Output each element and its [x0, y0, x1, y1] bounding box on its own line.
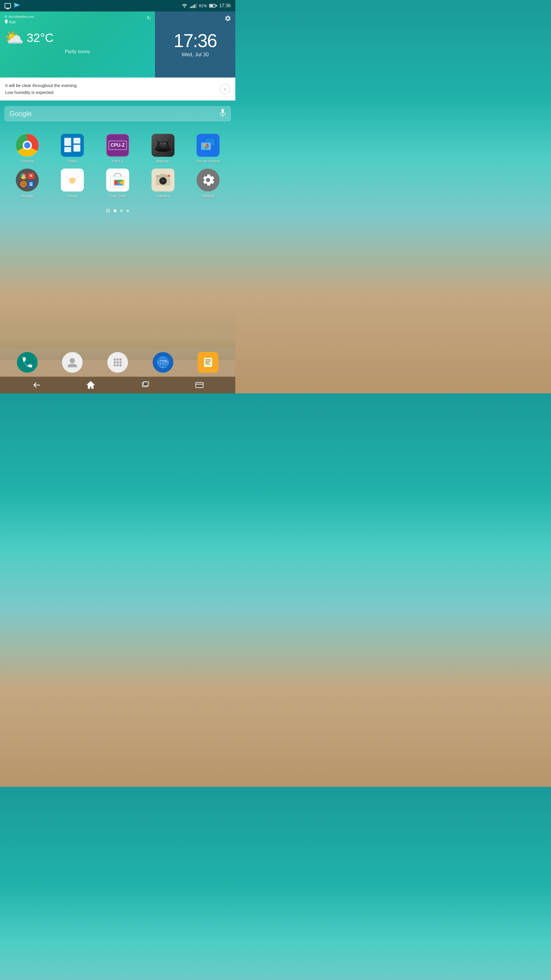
svg-rect-60	[205, 360, 211, 360]
recents-icon	[141, 381, 149, 389]
svg-rect-2	[222, 109, 224, 113]
home-button[interactable]	[86, 381, 95, 389]
weather-source-label: AccuWeather.com	[9, 15, 34, 18]
search-section: Google	[0, 100, 235, 127]
chrome-label: Chrome	[21, 159, 34, 164]
weather-main: ⛅ 32°C	[5, 29, 150, 47]
page-dot-2[interactable]	[120, 209, 123, 212]
signal-bar-5	[196, 3, 197, 8]
app-drawer-icon	[112, 356, 124, 368]
gear-icon	[224, 15, 231, 22]
weather-refresh-button[interactable]: ↻	[147, 15, 151, 21]
weather-widget: AccuWeather.com Kan ⛅ 32°C Partly sunny …	[0, 11, 235, 78]
google-label: Google	[21, 194, 33, 199]
weather-condition-icon: ⛅	[5, 29, 24, 47]
svg-point-49	[116, 361, 119, 364]
status-time: 17:36	[219, 3, 231, 8]
search-mic-button[interactable]	[219, 109, 226, 119]
trello-label: Trello	[68, 159, 77, 164]
svg-rect-4	[222, 116, 224, 117]
weather-source: AccuWeather.com	[5, 15, 150, 18]
app-item-google[interactable]: M 🎧 Google	[6, 169, 49, 199]
dock-item-phone[interactable]	[17, 352, 38, 373]
clock-date: Wed, Jul 30	[182, 52, 209, 58]
svg-point-21	[205, 145, 208, 148]
cpuz-label: CPU-Z	[112, 159, 124, 164]
weather-location-name: Kan	[9, 20, 16, 24]
signal-bars	[190, 3, 197, 8]
cpuz-text: CPU-Z	[108, 141, 127, 150]
dock-phone-icon	[17, 352, 38, 373]
batman-icon	[151, 134, 175, 157]
weather-detail-line1: It will be clear throughout the evening.	[5, 82, 78, 89]
dock-browser-icon	[152, 352, 173, 373]
status-bar-right: 81% 17:36	[181, 3, 231, 8]
globe-icon	[157, 356, 169, 368]
camera-svg	[154, 171, 172, 189]
page-dot-1[interactable]	[114, 209, 116, 212]
app-item-chrome[interactable]: Chrome	[6, 134, 49, 164]
recents-button[interactable]	[141, 381, 149, 389]
dock	[0, 348, 235, 376]
app-grid-row1: Chrome Trello CPU-Z CPU-Z	[0, 129, 235, 203]
playstore-svg	[109, 170, 126, 189]
svg-point-41	[161, 179, 162, 180]
trello-icon	[61, 134, 84, 157]
weather-desc-bar: It will be clear throughout the evening.…	[0, 78, 235, 100]
dock-item-app-drawer[interactable]	[107, 352, 128, 373]
app-item-playstore[interactable]: Play Store	[96, 169, 139, 199]
app-item-batman[interactable]: Batman	[141, 134, 184, 164]
nav-bar	[0, 377, 235, 393]
page-dot-3[interactable]	[126, 209, 129, 212]
person-icon	[66, 356, 78, 368]
app-item-settings[interactable]: Settings	[187, 169, 230, 199]
batman-symbol	[154, 138, 171, 153]
svg-rect-63	[205, 364, 210, 364]
status-bar: 81% 17:36	[0, 0, 235, 11]
app-item-cpuz[interactable]: CPU-Z CPU-Z	[96, 134, 139, 164]
svg-rect-36	[160, 174, 166, 176]
email-svg: @	[63, 170, 82, 190]
app-item-remote-desktop[interactable]: Remote Desktop	[187, 134, 230, 164]
remote-desktop-label: Remote Desktop	[196, 159, 220, 163]
search-google-label: Google	[10, 110, 219, 118]
app-item-trello[interactable]: Trello	[51, 134, 94, 164]
dock-item-contacts[interactable]	[62, 352, 83, 373]
dock-item-browser[interactable]	[152, 352, 173, 373]
email-label: Email	[68, 194, 77, 199]
svg-rect-3	[222, 115, 223, 116]
weather-description: Partly sunny	[5, 49, 150, 54]
location-pin-icon	[5, 19, 8, 24]
playstore-icon	[106, 169, 129, 191]
weather-expand-button[interactable]: ∨	[220, 84, 230, 94]
svg-point-46	[116, 358, 119, 361]
signal-bar-3	[193, 5, 194, 8]
svg-point-53	[119, 364, 122, 366]
back-button[interactable]	[32, 381, 41, 389]
camera-icon	[151, 169, 175, 191]
svg-point-44	[70, 358, 75, 363]
app-item-email[interactable]: @ Email	[51, 169, 94, 199]
camera-label: Camera	[156, 194, 169, 199]
page-indicators: G	[0, 208, 235, 214]
search-bar[interactable]: Google	[5, 106, 231, 121]
remote-desktop-icon	[197, 134, 219, 157]
email-icon: @	[61, 169, 84, 191]
back-icon	[32, 381, 41, 389]
settings-label: Settings	[202, 194, 215, 199]
app-item-camera[interactable]: Camera	[141, 169, 184, 199]
svg-rect-65	[143, 382, 149, 386]
dock-item-memo[interactable]	[198, 352, 218, 373]
wifi-icon	[181, 3, 188, 8]
svg-point-42	[168, 175, 170, 177]
overview-button[interactable]	[195, 381, 204, 389]
settings-icon	[197, 169, 219, 191]
svg-rect-62	[205, 363, 209, 363]
svg-point-51	[114, 364, 116, 366]
svg-marker-1	[14, 3, 20, 5]
clock-settings-button[interactable]	[224, 15, 231, 24]
paper-plane-icon	[14, 3, 20, 9]
remote-desktop-svg	[198, 135, 218, 155]
svg-rect-43	[156, 176, 159, 178]
cpuz-icon: CPU-Z	[106, 134, 129, 157]
